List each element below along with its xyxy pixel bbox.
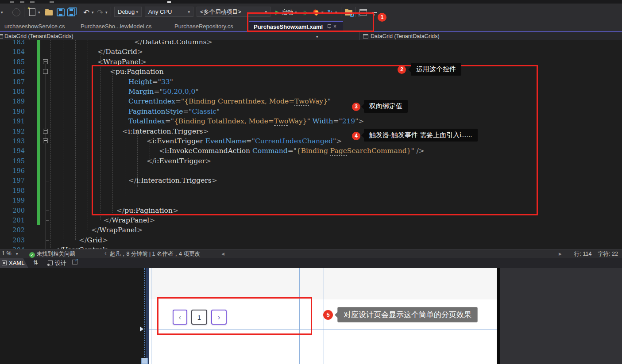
vs-window: → ↶ ↷ Debug Any CPU <多个启动项目> ▶ 启动 ▷ ↻ [0,0,622,364]
check-icon [29,252,35,258]
save-icon[interactable] [57,4,65,21]
grid-row-marker-icon[interactable] [140,326,143,332]
new-project-icon[interactable] [29,4,35,21]
zoom-level-dropdown[interactable]: 1 % [2,250,12,257]
artboard-guide-dotted-line [144,268,145,364]
zoom-caret-icon[interactable] [16,250,18,257]
tab-xaml-view[interactable]: XAML [0,258,28,268]
collapse-left-icon[interactable] [221,250,224,257]
annotation-tooltip-2: 运用这个控件 [411,63,461,76]
code-token: DataGrid [105,48,137,56]
datagrid-preview-area [149,268,497,299]
design-tab-label: 设计 [55,259,66,267]
undo-caret-icon[interactable] [92,4,94,21]
toolbar-separator [80,7,80,17]
class-icon [0,34,3,38]
swap-panes-icon[interactable]: ⇅ [33,259,38,266]
xaml-tab-label: XAML [9,260,24,266]
member-dropdown[interactable]: DataGrid (TenantDataGrids) [371,33,440,39]
tab-label: PurchaseSho...iewModel.cs [81,23,151,30]
editor-status-bar: 1 % 未找到相关问题 超凡，8 分钟前 | 1 名作者，4 项更改 行: 11… [0,249,622,258]
artboard-right-edge [497,268,500,364]
code-line[interactable]: </DataGrid> [0,47,622,57]
save-all-icon[interactable] [67,4,75,21]
redo-icon[interactable]: ↷ [97,4,103,21]
tab-design-view[interactable]: 设计 [48,258,66,268]
clipped-caret [167,1,171,3]
new-project-caret-icon[interactable] [38,4,40,21]
code-token: > [137,48,143,56]
code-token: WrapPanel [99,226,137,234]
tab-label: PurchaseRepository.cs [174,23,233,30]
clipped-dropdown-caret-icon[interactable] [1,4,3,21]
code-token: </ [134,40,142,46]
artboard-resize-handle[interactable] [141,358,148,364]
annotation-badge-4: 4 [352,132,360,140]
navigate-forward-icon[interactable]: → [12,4,20,21]
annotation-badge-1: 1 [378,13,386,22]
code-line[interactable]: </DataGrid.Columns> [0,40,622,47]
code-line[interactable]: </UserControl> [0,245,622,249]
code-line[interactable]: </WrapPanel> [0,225,622,235]
tab-purchaserepository[interactable]: PurchaseRepository.cs [170,21,248,31]
debug-configuration-dropdown[interactable]: Debug [114,7,142,17]
platform-label: Any CPU [148,8,172,15]
clipped-icon [50,1,54,3]
code-line[interactable]: </Grid> [0,235,622,245]
clipped-icon [20,1,24,3]
collapse-icon[interactable] [104,249,107,257]
code-token: </ [54,246,62,249]
redo-caret-icon[interactable] [105,4,108,21]
design-view-icon [48,261,53,265]
fold-collapse-icon[interactable] [43,138,48,143]
code-token: > [207,40,212,46]
designer-surface[interactable]: ‹ 1 › 5 对应设计页会显示这个简单的分页效果 [0,268,622,364]
problems-label: 未找到相关问题 [36,251,75,257]
undo-icon[interactable]: ↶ [83,4,89,21]
platform-dropdown[interactable]: Any CPU [145,7,193,17]
annotation-tooltip-5: 对应设计页会显示这个简单的分页效果 [337,307,478,322]
annotation-box-1 [247,12,374,32]
annotation-badge-2: 2 [398,65,406,74]
toolbar-separator [111,7,111,17]
code-token: > [105,246,111,249]
designer-background [500,268,622,364]
fold-collapse-icon[interactable] [43,59,48,64]
tab-label: urchaseshowService.cs [4,23,65,30]
code-token: Grid [87,236,102,244]
clipped-icon [10,1,14,3]
clipped-icon [30,1,35,3]
annotation-badge-5: 5 [323,310,333,320]
startup-project-label: <多个启动项目> [200,8,241,16]
annotation-tooltip-4: 触发器-触发事件 需要上面引入i...... [364,129,478,142]
code-token: </ [91,226,99,234]
artboard-edge-strip [146,268,149,364]
tab-purchaseshowservice[interactable]: urchaseshowService.cs [0,21,75,31]
tab-purchaseshowviewmodel[interactable]: PurchaseSho...iewModel.cs [76,21,169,31]
toolbar-separator [24,7,24,17]
expand-right-icon[interactable] [559,250,562,257]
debug-configuration-label: Debug [118,8,135,15]
fold-collapse-icon[interactable] [43,129,48,134]
code-token: > [102,236,108,244]
open-folder-icon[interactable] [45,4,53,21]
toolbar-clipped-row [0,0,622,4]
annotation-box-5 [157,297,312,335]
designer-grid-line [151,268,151,364]
popout-window-icon[interactable] [72,260,77,264]
line-position-label: 行: 114 [574,250,591,258]
problems-indicator[interactable]: 未找到相关问题 [29,250,75,258]
annotation-badge-3: 3 [352,103,360,111]
code-token: DataGrid.Columns [142,40,207,46]
type-dropdown-caret-icon[interactable] [316,33,318,39]
editor-navigation-bar: DataGrid (TenantDataGrids) DataGrid (Ten… [0,31,622,40]
code-line[interactable]: </WrapPanel> [0,215,622,225]
type-dropdown[interactable]: DataGrid (TenantDataGrids) [4,33,73,39]
code-token: > [137,226,143,234]
git-codelens-info[interactable]: 超凡，8 分钟前 | 1 名作者，4 项更改 [110,250,200,258]
navigation-bar-divider [359,32,360,40]
code-token: UserControl [62,246,105,249]
xaml-design-split-bar: XAML ⇅ 设计 [0,258,622,268]
annotation-tooltip-3: 双向绑定值 [364,100,408,113]
fold-collapse-icon[interactable] [43,69,48,74]
